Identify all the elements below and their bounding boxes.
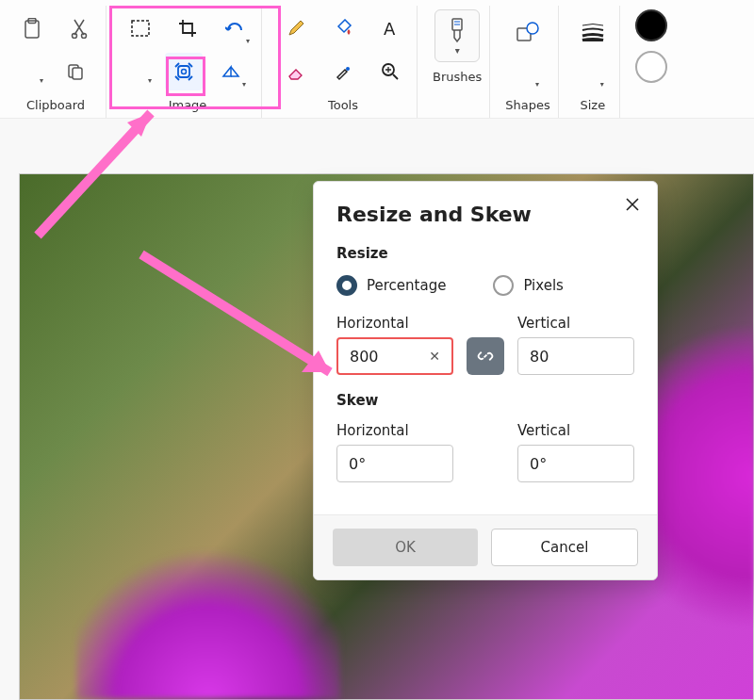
- ribbon-group-tools: A Tools: [270, 6, 418, 118]
- skew-horizontal-input[interactable]: 0°: [336, 445, 453, 482]
- fill-tool[interactable]: [324, 9, 362, 47]
- color-picker-tool[interactable]: [324, 53, 362, 90]
- shapes-dropdown[interactable]: [513, 60, 543, 90]
- group-label-brushes: Brushes: [433, 70, 482, 84]
- svg-point-2: [73, 34, 77, 39]
- group-label-clipboard: Clipboard: [26, 98, 85, 112]
- copy-button[interactable]: [57, 53, 94, 90]
- dialog-title: Resize and Skew: [336, 203, 634, 226]
- skew-vertical-value: 0°: [530, 455, 547, 473]
- dialog-footer: OK Cancel: [314, 514, 657, 579]
- radio-percentage[interactable]: Percentage: [336, 275, 446, 296]
- resize-horizontal-input[interactable]: 800 ✕: [336, 337, 453, 375]
- paste-button[interactable]: [13, 9, 51, 47]
- clear-input-icon[interactable]: ✕: [429, 349, 440, 364]
- ribbon-group-brushes: ▾ Brushes: [425, 6, 490, 118]
- text-tool[interactable]: A: [371, 9, 409, 47]
- radio-pixels[interactable]: Pixels: [493, 275, 564, 296]
- svg-text:A: A: [384, 19, 396, 38]
- skew-section-label: Skew: [336, 392, 634, 409]
- skew-vertical-label: Vertical: [517, 422, 634, 439]
- resize-skew-dialog: Resize and Skew Resize Percentage Pixels…: [313, 181, 658, 580]
- resize-vertical-label: Vertical: [517, 315, 634, 332]
- cancel-button[interactable]: Cancel: [491, 529, 638, 566]
- svg-point-3: [82, 34, 87, 39]
- ribbon-group-shapes: Shapes: [498, 6, 558, 118]
- paste-dropdown[interactable]: [17, 57, 47, 87]
- eraser-tool[interactable]: [277, 53, 315, 90]
- skew-horizontal-label: Horizontal: [336, 422, 453, 439]
- resize-mode-radio-group: Percentage Pixels: [336, 275, 634, 296]
- ribbon-group-colors: [628, 6, 675, 118]
- resize-section-label: Resize: [336, 245, 634, 262]
- size-dropdown[interactable]: [578, 60, 608, 90]
- resize-horizontal-label: Horizontal: [336, 315, 453, 332]
- group-label-tools: Tools: [328, 98, 358, 112]
- flip-button[interactable]: [212, 53, 250, 90]
- radio-icon: [336, 275, 357, 296]
- ok-button[interactable]: OK: [333, 529, 478, 566]
- radio-pixels-label: Pixels: [523, 277, 564, 294]
- skew-vertical-input[interactable]: 0°: [517, 445, 634, 482]
- ribbon-group-size: Size: [566, 6, 620, 118]
- group-label-shapes: Shapes: [505, 98, 549, 112]
- resize-horizontal-value: 800: [350, 348, 379, 366]
- resize-button[interactable]: [165, 53, 203, 90]
- cut-button[interactable]: [60, 9, 98, 47]
- ribbon-toolbar: Clipboard: [0, 0, 754, 119]
- crop-button[interactable]: [169, 9, 206, 47]
- pencil-tool[interactable]: [277, 9, 315, 47]
- photo-flower-decoration: [76, 511, 340, 699]
- color-secondary[interactable]: [635, 51, 667, 83]
- svg-point-10: [346, 67, 350, 71]
- ribbon-group-image: Image: [114, 6, 262, 118]
- svg-point-14: [527, 23, 538, 34]
- radio-percentage-label: Percentage: [367, 277, 446, 294]
- resize-vertical-value: 80: [530, 348, 549, 366]
- group-label-image: Image: [169, 98, 207, 112]
- svg-rect-5: [73, 68, 82, 79]
- ribbon-group-clipboard: Clipboard: [6, 6, 107, 118]
- radio-icon: [493, 275, 514, 296]
- aspect-ratio-lock-button[interactable]: [467, 337, 504, 375]
- shapes-button[interactable]: [509, 9, 547, 55]
- svg-rect-7: [178, 66, 189, 77]
- select-dropdown[interactable]: [125, 57, 156, 87]
- resize-vertical-input[interactable]: 80: [517, 337, 634, 375]
- close-button[interactable]: [619, 191, 646, 218]
- color-primary[interactable]: [635, 9, 667, 41]
- select-button[interactable]: [122, 9, 159, 47]
- group-label-size: Size: [580, 98, 605, 112]
- magnifier-tool[interactable]: [371, 53, 409, 90]
- chevron-down-icon: ▾: [455, 45, 460, 56]
- skew-horizontal-value: 0°: [349, 455, 366, 473]
- brushes-button[interactable]: ▾: [434, 9, 480, 62]
- svg-point-8: [182, 70, 187, 74]
- svg-rect-6: [132, 21, 149, 36]
- rotate-button[interactable]: [216, 9, 254, 47]
- size-button[interactable]: [574, 9, 612, 55]
